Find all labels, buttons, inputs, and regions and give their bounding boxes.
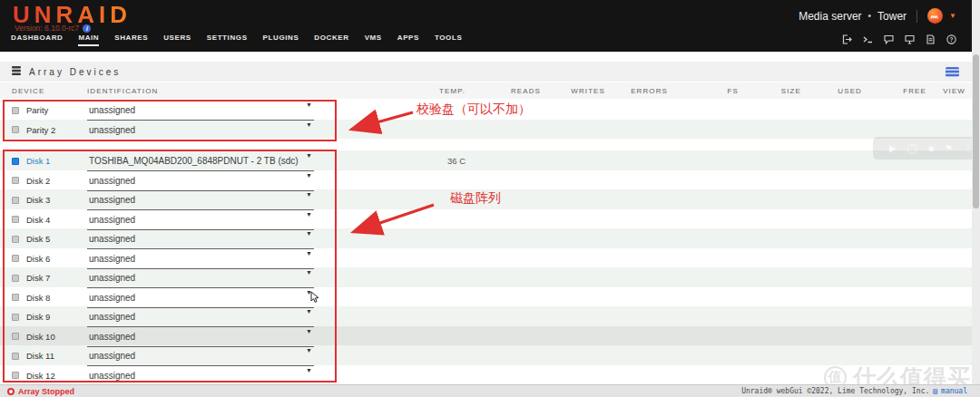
device-label: Parity <box>26 105 48 115</box>
disk-status-icon <box>12 255 19 262</box>
scrollbar-thumb[interactable] <box>973 54 979 208</box>
column-header-used: USED <box>801 87 862 95</box>
array-devices-title: Array Devices <box>29 67 121 77</box>
nav-settings[interactable]: SETTINGS <box>207 34 248 46</box>
device-label: Disk 11 <box>26 351 54 361</box>
device-label: Disk 10 <box>26 332 55 342</box>
manual-book-icon: ▤ <box>933 387 937 395</box>
selected-device-value: unassigned <box>89 254 135 264</box>
version-label: Version: 6.10.0-rc7 <box>15 24 79 33</box>
disk-assignment-select[interactable]: unassigned ▼ <box>87 209 314 230</box>
disk-assignment-select[interactable]: unassigned ▼ <box>87 189 314 210</box>
status-bar: Array Stopped Unraid® webGui ©2022, Lime… <box>0 384 980 397</box>
disk-assignment-select[interactable]: unassigned ▼ <box>87 100 314 121</box>
device-label: Disk 6 <box>26 254 50 264</box>
parity-rows-group: Parity unassigned ▼ Parity 2 unassigned <box>0 100 972 139</box>
chevron-down-icon: ▼ <box>306 250 312 257</box>
nav-docker[interactable]: DOCKER <box>314 34 348 46</box>
table-row: Disk 5 unassigned ▼ <box>0 228 972 248</box>
disk-assignment-select[interactable]: unassigned ▼ <box>87 345 314 366</box>
device-label: Disk 2 <box>26 176 50 186</box>
vertical-scrollbar[interactable] <box>972 0 980 397</box>
disk-assignment-select[interactable]: unassigned ▼ <box>87 228 314 249</box>
column-header-reads: READS <box>466 87 541 95</box>
disk-assignment-select[interactable]: unassigned ▼ <box>87 170 314 191</box>
disk-assignment-select[interactable]: unassigned ▼ <box>87 120 314 140</box>
play-icon: ▶ <box>889 143 897 153</box>
chevron-down-icon: ▼ <box>306 367 312 373</box>
disk-assignment-select[interactable]: unassigned ▼ <box>87 365 314 386</box>
table-row: Parity 2 unassigned ▼ <box>0 120 972 140</box>
nav-dashboard[interactable]: DASHBOARD <box>11 34 63 46</box>
nav-users[interactable]: USERS <box>163 34 191 46</box>
table-row: Disk 4 unassigned ▼ <box>0 209 972 229</box>
mouse-cursor <box>310 291 321 304</box>
server-description: Media server <box>799 10 861 23</box>
column-header-size: SIZE <box>739 87 801 95</box>
disk-status-icon <box>12 294 19 301</box>
array-devices-header: Array Devices <box>0 62 972 82</box>
video-player-controls-overlay: ▶ ◯ ■ ⚑ ⋮ <box>873 137 980 160</box>
device-label[interactable]: Disk 1 <box>26 156 50 166</box>
array-devices-icon <box>11 63 22 80</box>
disk-status-icon <box>12 216 19 223</box>
manual-link[interactable]: manual <box>941 387 967 395</box>
disk-assignment-select[interactable]: unassigned ▼ <box>87 248 314 269</box>
column-header-device: DEVICE <box>0 87 87 95</box>
help-icon[interactable]: ? <box>946 34 956 44</box>
table-row: Disk 6 unassigned ▼ <box>0 248 972 268</box>
device-label: Disk 7 <box>26 273 50 283</box>
selected-device-value: unassigned <box>89 293 135 303</box>
bullet-separator: • <box>868 11 872 21</box>
disk-status-icon <box>12 197 19 204</box>
nav-apps[interactable]: APPS <box>397 34 419 46</box>
selected-device-value: unassigned <box>89 215 135 225</box>
display-icon[interactable] <box>905 34 915 44</box>
log-icon[interactable] <box>926 34 936 44</box>
column-header-errors: ERRORS <box>605 87 668 95</box>
device-label: Disk 4 <box>26 215 50 225</box>
server-name: Tower <box>877 10 906 23</box>
nav-tools[interactable]: TOOLS <box>435 34 462 46</box>
version-info-icon[interactable]: i <box>83 24 91 33</box>
disk-status-icon <box>12 333 19 340</box>
device-label: Parity 2 <box>26 125 55 135</box>
disk-status-icon <box>12 126 19 133</box>
selected-device-value: unassigned <box>89 332 135 342</box>
nav-shares[interactable]: SHARES <box>114 34 148 46</box>
nav-plugins[interactable]: PLUGINS <box>263 34 299 46</box>
disk-assignment-select[interactable]: unassigned ▼ <box>87 306 314 327</box>
table-row: Disk 3 unassigned ▼ <box>0 189 972 209</box>
logout-icon[interactable] <box>842 34 852 44</box>
chevron-down-icon: ▼ <box>306 191 312 198</box>
disk-rows-group: Disk 1 TOSHIBA_MQ04ABD200_6848PDNUT - 2 … <box>0 150 972 384</box>
disk-status-icon <box>12 372 19 379</box>
column-header-fs: FS <box>668 87 739 95</box>
disk-assignment-select[interactable]: unassigned ▼ <box>87 267 314 288</box>
terminal-icon[interactable] <box>863 34 873 44</box>
disk-status-icon <box>12 275 19 282</box>
nav-vms[interactable]: VMS <box>365 34 382 46</box>
device-label: Disk 5 <box>26 234 50 244</box>
list-view-toggle-icon[interactable] <box>946 67 959 77</box>
disk-assignment-select[interactable]: unassigned ▼ <box>87 326 314 347</box>
header-toolbar: ? <box>842 34 956 44</box>
feedback-icon[interactable] <box>884 34 894 44</box>
selected-device-value: unassigned <box>89 234 135 244</box>
temp-value: 36 C <box>323 156 466 166</box>
selected-device-value: unassigned <box>89 351 135 361</box>
table-row: Disk 2 unassigned ▼ <box>0 170 972 190</box>
chevron-down-icon[interactable]: ▼ <box>949 12 956 20</box>
disk-assignment-select[interactable]: TOSHIBA_MQ04ABD200_6848PDNUT - 2 TB (sdc… <box>87 150 314 171</box>
device-label: Disk 9 <box>26 312 50 322</box>
device-label: Disk 3 <box>26 195 50 205</box>
array-stopped-icon <box>7 388 15 395</box>
selected-device-value: unassigned <box>89 312 135 322</box>
user-avatar[interactable] <box>927 8 943 24</box>
chevron-down-icon: ▼ <box>306 102 312 108</box>
nav-main[interactable]: MAIN <box>78 34 99 46</box>
disk-assignment-select[interactable]: unassigned ▼ <box>87 287 314 308</box>
device-label: Disk 8 <box>26 293 50 303</box>
table-row: Disk 11 unassigned ▼ <box>0 345 972 365</box>
column-header-identification: IDENTIFICATION <box>87 87 323 95</box>
